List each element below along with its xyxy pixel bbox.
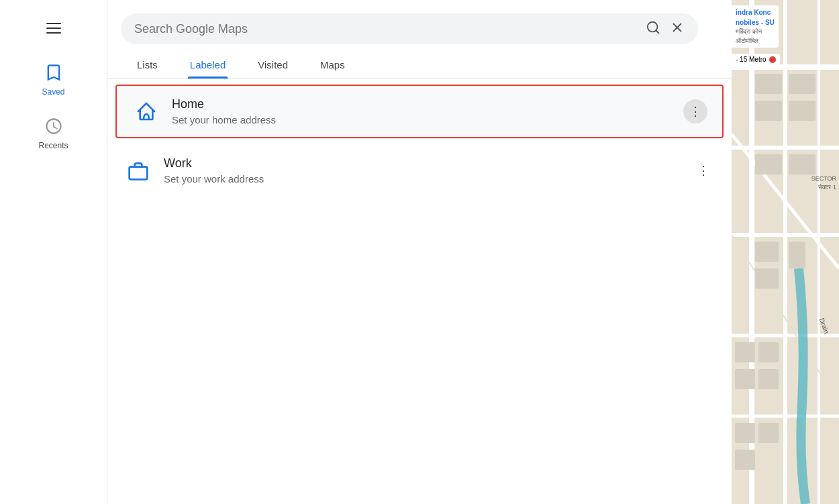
close-icon[interactable] xyxy=(670,20,685,38)
home-more-button[interactable]: ⋮ xyxy=(683,99,707,123)
home-item-text: Home Set your home address xyxy=(172,97,683,125)
content-area: Lists Labeled Visited Maps Home Set your… xyxy=(107,0,732,504)
sidebar-item-recents[interactable]: Recents xyxy=(0,110,107,157)
work-title: Work xyxy=(164,156,691,170)
svg-rect-19 xyxy=(755,268,779,289)
sidebar: Saved Recents xyxy=(0,0,107,504)
svg-rect-13 xyxy=(755,101,782,121)
recents-label: Recents xyxy=(38,141,68,150)
tab-maps[interactable]: Maps xyxy=(304,51,361,79)
sidebar-item-saved[interactable]: Saved xyxy=(0,56,107,103)
home-subtitle: Set your home address xyxy=(172,114,683,125)
svg-rect-0 xyxy=(130,167,148,180)
tab-lists[interactable]: Lists xyxy=(121,51,174,79)
svg-rect-20 xyxy=(789,242,805,268)
recents-icon xyxy=(44,117,63,138)
items-list: Home Set your home address ⋮ Work Set yo… xyxy=(107,79,732,504)
bookmark-icon xyxy=(44,63,63,85)
svg-rect-27 xyxy=(735,450,755,470)
home-title: Home xyxy=(172,97,683,111)
svg-rect-22 xyxy=(735,369,755,389)
work-more-button[interactable]: ⋮ xyxy=(691,158,715,183)
svg-rect-15 xyxy=(789,74,816,94)
tabs-area: Lists Labeled Visited Maps xyxy=(107,51,732,79)
svg-rect-24 xyxy=(758,369,779,389)
svg-rect-25 xyxy=(735,423,755,443)
svg-rect-26 xyxy=(758,423,779,443)
tab-labeled[interactable]: Labeled xyxy=(174,51,242,79)
svg-rect-14 xyxy=(755,154,782,174)
menu-button[interactable] xyxy=(39,13,68,43)
map-area: indra Konc nobiles - SU महिंद्रा कोन ऑटो… xyxy=(732,0,839,504)
work-icon xyxy=(124,156,153,185)
search-input[interactable] xyxy=(134,22,639,36)
metro-circle-icon xyxy=(769,56,776,63)
map-label-metro: - 15 Metro xyxy=(732,54,780,65)
svg-rect-21 xyxy=(735,342,755,362)
search-area xyxy=(107,0,732,51)
svg-rect-12 xyxy=(755,74,782,94)
svg-rect-18 xyxy=(755,242,779,262)
work-subtitle: Set your work address xyxy=(164,173,691,185)
search-icon[interactable] xyxy=(646,20,660,38)
svg-rect-16 xyxy=(789,101,816,121)
work-list-item[interactable]: Work Set your work address ⋮ xyxy=(107,144,732,197)
work-item-text: Work Set your work address xyxy=(164,156,691,185)
map-label-business: indra Konc nobiles - SU महिंद्रा कोन ऑटो… xyxy=(732,5,779,48)
svg-rect-23 xyxy=(758,342,779,362)
svg-rect-17 xyxy=(789,154,816,174)
tab-visited[interactable]: Visited xyxy=(242,51,304,79)
main-panel: Lists Labeled Visited Maps Home Set your… xyxy=(107,0,839,504)
map-sector-label: SECTOR सेक्टर 1 xyxy=(811,174,836,191)
saved-label: Saved xyxy=(42,87,64,97)
home-icon xyxy=(132,97,161,126)
home-list-item[interactable]: Home Set your home address ⋮ xyxy=(115,85,724,138)
search-bar xyxy=(121,13,698,44)
